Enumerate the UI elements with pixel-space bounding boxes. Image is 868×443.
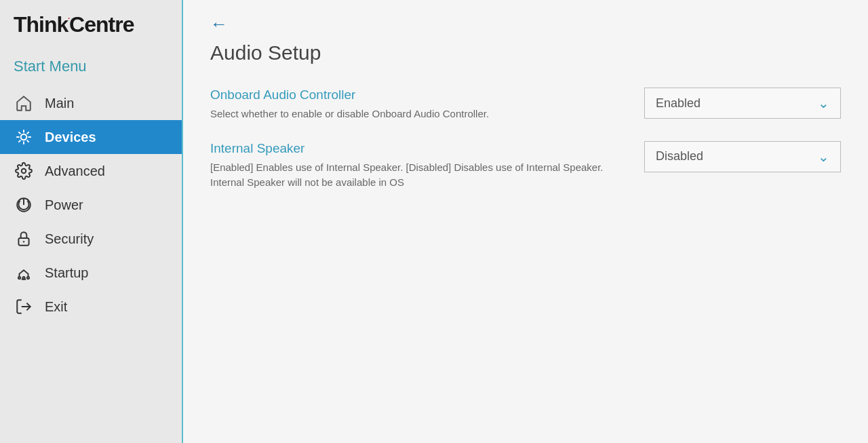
internal-speaker-value: Disabled <box>656 149 703 163</box>
svg-point-15 <box>18 277 20 279</box>
onboard-audio-label: Onboard Audio Controller <box>210 88 631 102</box>
chevron-down-icon-2: ⌄ <box>818 149 829 165</box>
svg-point-13 <box>23 241 25 243</box>
sidebar-item-devices-label: Devices <box>45 130 96 145</box>
sidebar-item-startup[interactable]: Startup <box>0 256 182 290</box>
advanced-icon <box>14 162 34 180</box>
page-title: Audio Setup <box>183 41 868 81</box>
logo-centre: Centre <box>69 12 134 37</box>
svg-line-5 <box>18 132 20 134</box>
devices-icon <box>14 128 34 146</box>
sidebar-item-security-label: Security <box>45 231 94 247</box>
sidebar-item-main[interactable]: Main <box>0 86 182 120</box>
svg-line-7 <box>27 132 29 134</box>
svg-point-9 <box>22 169 26 174</box>
logo-think: Think <box>14 12 68 37</box>
setting-text-onboard: Onboard Audio Controller Select whether … <box>210 88 631 122</box>
exit-icon <box>14 298 34 315</box>
sidebar: Think·Centre Start Menu Main <box>0 0 183 443</box>
svg-point-0 <box>21 134 27 140</box>
logo-area: Think·Centre <box>0 0 182 51</box>
nav-menu: Main Devices <box>0 86 182 443</box>
main-content: ← Audio Setup Onboard Audio Controller S… <box>183 0 868 443</box>
setting-row-inner: Onboard Audio Controller Select whether … <box>210 88 841 122</box>
sidebar-item-power[interactable]: Power <box>0 188 182 222</box>
svg-point-14 <box>22 277 24 279</box>
sidebar-item-devices[interactable]: Devices <box>0 120 182 154</box>
sidebar-item-advanced-label: Advanced <box>45 163 105 179</box>
svg-line-8 <box>18 140 20 142</box>
internal-speaker-label: Internal Speaker <box>210 141 631 156</box>
setting-text-speaker: Internal Speaker [Enabled] Enables use o… <box>210 141 631 191</box>
sidebar-item-advanced[interactable]: Advanced <box>0 154 182 188</box>
onboard-audio-description: Select whether to enable or disable Onbo… <box>210 107 617 122</box>
sidebar-item-exit[interactable]: Exit <box>0 290 182 324</box>
sidebar-item-power-label: Power <box>45 197 83 213</box>
startup-icon <box>14 264 34 282</box>
setting-row-internal-speaker: Internal Speaker [Enabled] Enables use o… <box>210 141 841 191</box>
settings-area: Onboard Audio Controller Select whether … <box>183 81 868 443</box>
brand-logo: Think·Centre <box>14 12 168 37</box>
security-icon <box>14 230 34 248</box>
onboard-audio-dropdown[interactable]: Enabled ⌄ <box>644 88 841 119</box>
power-icon <box>14 196 34 214</box>
back-button[interactable]: ← <box>210 14 228 35</box>
sidebar-item-security[interactable]: Security <box>0 222 182 256</box>
home-icon <box>14 94 34 112</box>
setting-row-onboard-audio: Onboard Audio Controller Select whether … <box>210 88 841 122</box>
internal-speaker-description: [Enabled] Enables use of Internal Speake… <box>210 160 617 191</box>
onboard-audio-value: Enabled <box>656 96 701 111</box>
sidebar-item-startup-label: Startup <box>45 265 88 281</box>
setting-row-inner-2: Internal Speaker [Enabled] Enables use o… <box>210 141 841 191</box>
back-area: ← <box>183 0 868 41</box>
sidebar-item-exit-label: Exit <box>45 299 67 315</box>
chevron-down-icon: ⌄ <box>818 95 829 111</box>
logo-dot: · <box>68 15 69 22</box>
svg-point-16 <box>27 277 29 279</box>
start-menu-label: Start Menu <box>0 51 182 86</box>
sidebar-item-main-label: Main <box>45 96 74 111</box>
svg-line-6 <box>27 140 29 142</box>
internal-speaker-dropdown[interactable]: Disabled ⌄ <box>644 141 841 172</box>
